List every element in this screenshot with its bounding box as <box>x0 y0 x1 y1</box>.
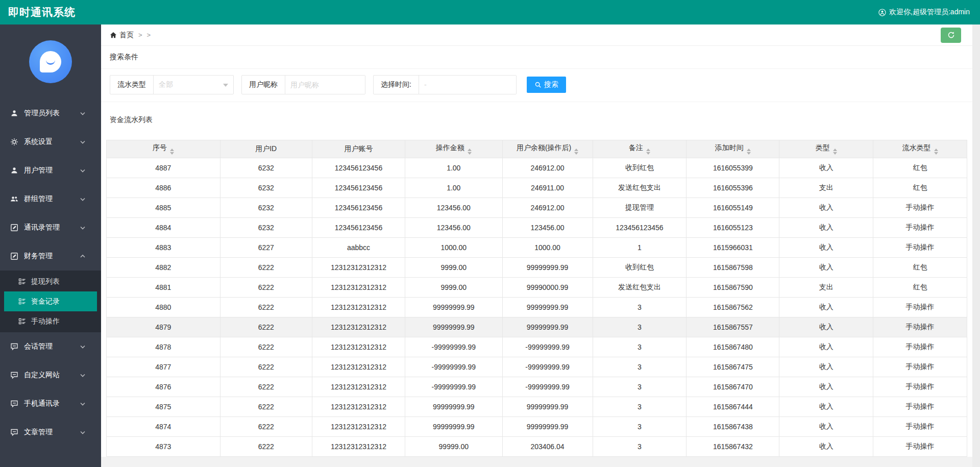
column-header[interactable]: 流水类型 <box>873 140 967 158</box>
sidebar: 管理员列表系统设置用户管理群组管理通讯录管理财务管理提现列表资金记录手动操作会话… <box>0 24 101 467</box>
search-button[interactable]: 搜索 <box>527 77 566 93</box>
column-header-label: 序号 <box>153 143 167 152</box>
table-cell: 收入 <box>779 238 873 258</box>
table-row[interactable]: 487362221231231231231299999.00203406.043… <box>107 437 967 457</box>
sort-icon[interactable] <box>934 149 938 155</box>
table-cell: 246911.00 <box>502 178 593 198</box>
table-row[interactable]: 487562221231231231231299999999.999999999… <box>107 397 967 417</box>
sidebar-subitem-fund-records[interactable]: 资金记录 <box>4 291 97 311</box>
table-cell: 1615867444 <box>687 397 779 417</box>
table-cell: 6232 <box>220 178 312 198</box>
table-cell: 3 <box>593 337 687 357</box>
sort-icon[interactable] <box>747 149 751 155</box>
table-cell: 99999999.99 <box>502 298 593 317</box>
table-cell: 123456123456 <box>312 218 405 238</box>
table-row[interactable]: 48846232123456123456123456.00123456.0012… <box>107 218 967 238</box>
time-range-input[interactable] <box>419 76 516 94</box>
table-cell: 99999.00 <box>405 437 503 457</box>
list-icon <box>18 317 26 325</box>
table-cell: 手动操作 <box>873 417 967 437</box>
table-cell: 4875 <box>107 397 220 417</box>
column-header[interactable]: 序号 <box>107 140 220 158</box>
sort-asc-icon[interactable] <box>747 149 751 151</box>
sidebar-item-system-settings[interactable]: 系统设置 <box>0 128 101 156</box>
breadcrumb-home[interactable]: 首页 <box>110 31 134 40</box>
sort-asc-icon[interactable] <box>646 149 650 151</box>
table-row[interactable]: 487462221231231231231299999999.999999999… <box>107 417 967 437</box>
submenu-finance-management: 提现列表资金记录手动操作 <box>0 271 101 332</box>
sort-icon[interactable] <box>833 149 837 155</box>
scrollbar-track[interactable] <box>972 24 980 467</box>
sort-asc-icon[interactable] <box>468 149 472 151</box>
sort-desc-icon[interactable] <box>833 152 837 155</box>
sort-desc-icon[interactable] <box>934 152 938 155</box>
sidebar-item-finance-management[interactable]: 财务管理 <box>0 242 101 271</box>
sidebar-subitem-manual-operation[interactable]: 手动操作 <box>4 311 97 331</box>
column-header[interactable]: 添加时间 <box>687 140 779 158</box>
sidebar-item-article-management[interactable]: 文章管理 <box>0 418 101 447</box>
column-header[interactable]: 操作金额 <box>405 140 503 158</box>
sort-desc-icon[interactable] <box>574 152 578 155</box>
table-cell: 3 <box>593 317 687 337</box>
table-cell: 6227 <box>220 238 312 258</box>
table-row[interactable]: 4877622212312312312312-99999999.99-99999… <box>107 357 967 377</box>
table-cell: 收入 <box>779 397 873 417</box>
sidebar-subitem-withdraw-list[interactable]: 提现列表 <box>4 272 97 291</box>
table-row[interactable]: 487962221231231231231299999999.999999999… <box>107 317 967 337</box>
table-row[interactable]: 48836227aabbcc1000.001000.0011615966031收… <box>107 238 967 258</box>
flow-type-group: 流水类型 全部 <box>110 75 234 94</box>
table-cell: 6222 <box>220 437 312 457</box>
table-row[interactable]: 488062221231231231231299999999.999999999… <box>107 298 967 317</box>
nickname-group: 用户昵称 <box>241 75 365 94</box>
table-cell: 收入 <box>779 317 873 337</box>
user-icon <box>10 109 18 117</box>
table-cell: 99999999.99 <box>502 417 593 437</box>
sort-asc-icon[interactable] <box>170 149 174 151</box>
sort-asc-icon[interactable] <box>934 149 938 151</box>
content-card: 首页 > > 搜索条件 流水类型 全部 用户昵称 <box>101 24 972 457</box>
table-cell: 手动操作 <box>873 218 967 238</box>
table-cell: 1000.00 <box>502 238 593 258</box>
table-cell: 1000.00 <box>405 238 503 258</box>
sort-desc-icon[interactable] <box>646 152 650 155</box>
sort-icon[interactable] <box>468 149 472 155</box>
table-row[interactable]: 488762321234561234561.00246912.00收到红包161… <box>107 158 967 178</box>
sort-desc-icon[interactable] <box>468 152 472 155</box>
table-row[interactable]: 48816222123123123123129999.0099990000.99… <box>107 278 967 298</box>
nickname-input[interactable] <box>285 76 365 94</box>
table-row[interactable]: 4876622212312312312312-99999999.99-99999… <box>107 377 967 397</box>
column-header[interactable]: 用户余额(操作后) <box>502 140 593 158</box>
sidebar-item-group-management[interactable]: 群组管理 <box>0 185 101 213</box>
sidebar-item-label: 财务管理 <box>24 252 53 261</box>
sort-icon[interactable] <box>574 149 578 155</box>
table-row[interactable]: 48856232123456123456123456.00246912.00提现… <box>107 198 967 218</box>
chevron-down-icon <box>79 166 87 175</box>
sort-icon[interactable] <box>646 149 650 155</box>
table-row[interactable]: 488662321234561234561.00246911.00发送红包支出1… <box>107 178 967 198</box>
table-row[interactable]: 4878622212312312312312-99999999.99-99999… <box>107 337 967 357</box>
column-header[interactable]: 备注 <box>593 140 687 158</box>
table-cell: 支出 <box>779 178 873 198</box>
table-cell: 12312312312312 <box>312 437 405 457</box>
flow-type-value: 全部 <box>159 80 173 89</box>
flow-type-select[interactable]: 全部 <box>154 76 233 94</box>
table-cell: 99999999.99 <box>405 417 503 437</box>
column-header[interactable]: 类型 <box>779 140 873 158</box>
sidebar-item-user-management[interactable]: 用户管理 <box>0 156 101 185</box>
sort-desc-icon[interactable] <box>747 152 751 155</box>
refresh-icon <box>947 31 955 39</box>
sort-icon[interactable] <box>170 149 174 155</box>
refresh-button[interactable] <box>941 28 961 43</box>
column-header-label: 用户账号 <box>344 144 373 153</box>
sort-asc-icon[interactable] <box>833 149 837 151</box>
sort-desc-icon[interactable] <box>170 152 174 155</box>
sidebar-item-contacts-management[interactable]: 通讯录管理 <box>0 213 101 242</box>
sort-asc-icon[interactable] <box>574 149 578 151</box>
sidebar-item-session-management[interactable]: 会话管理 <box>0 332 101 361</box>
sidebar-item-phone-contacts[interactable]: 手机通讯录 <box>0 389 101 418</box>
table-cell: -99999999.99 <box>405 357 503 377</box>
welcome-message: 欢迎你,超级管理员:admin <box>878 8 970 17</box>
table-row[interactable]: 48826222123123123123129999.0099999999.99… <box>107 258 967 278</box>
sidebar-item-admin-list[interactable]: 管理员列表 <box>0 99 101 128</box>
sidebar-item-custom-website[interactable]: 自定义网站 <box>0 361 101 389</box>
